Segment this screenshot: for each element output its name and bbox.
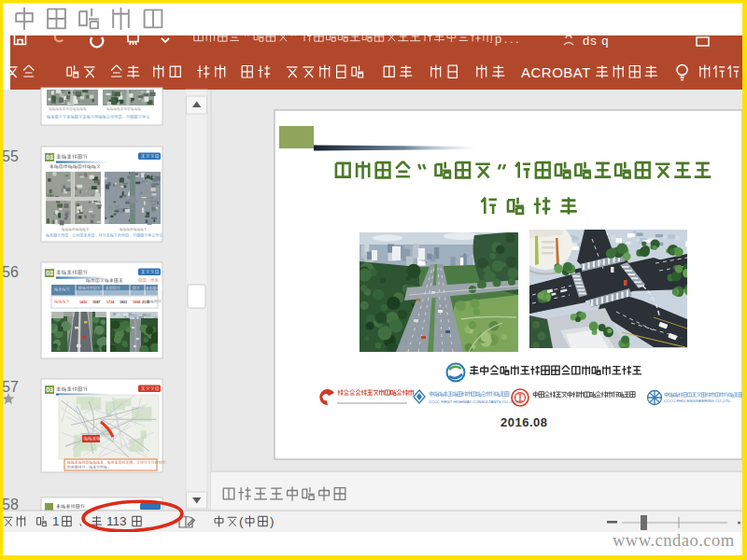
svg-text:1998: 1998 — [133, 301, 140, 304]
svg-text:2016.08: 2016.08 — [500, 415, 548, 429]
svg-text:): ) — [270, 514, 275, 528]
svg-text:ACROBAT: ACROBAT — [521, 64, 591, 80]
svg-text:ds q: ds q — [583, 34, 610, 48]
svg-text:57: 57 — [2, 379, 19, 395]
svg-text:58: 58 — [2, 497, 19, 512]
svg-text:03: 03 — [46, 386, 53, 393]
svg-text:1861: 1861 — [120, 301, 127, 304]
svg-text:55: 55 — [2, 148, 19, 164]
svg-text:113: 113 — [106, 514, 127, 528]
svg-text:1450: 1450 — [79, 301, 87, 304]
svg-text:1587: 1587 — [92, 301, 100, 304]
svg-text:CCCC-FHDI ENGINEERING CO.,LTD.: CCCC-FHDI ENGINEERING CO.,LTD. — [664, 399, 731, 403]
svg-text:www.cndao.com: www.cndao.com — [613, 531, 735, 550]
svg-text:1724: 1724 — [106, 301, 115, 304]
svg-text:1: 1 — [52, 514, 60, 528]
svg-text:03: 03 — [46, 270, 53, 276]
svg-text:56: 56 — [2, 264, 19, 280]
svg-text:03: 03 — [46, 154, 53, 161]
svg-text:(: ( — [239, 514, 244, 528]
svg-text:CCCC FIRST HIGHWAY CONSULTANTS: CCCC FIRST HIGHWAY CONSULTANTS CO.,LTD. — [429, 399, 518, 404]
